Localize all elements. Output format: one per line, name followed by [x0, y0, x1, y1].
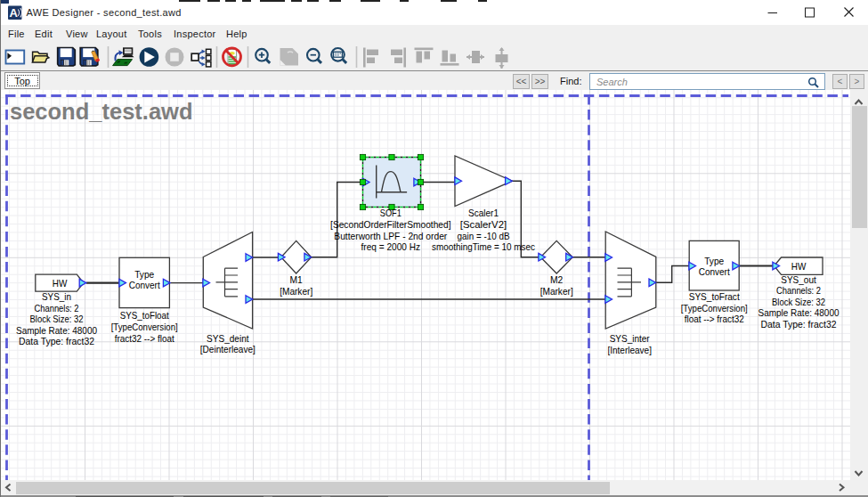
svg-text:Sample Rate: 48000: Sample Rate: 48000	[758, 308, 840, 318]
svg-text:A: A	[10, 6, 19, 20]
svg-text:Data Type: fract32: Data Type: fract32	[19, 337, 94, 346]
svg-text:M1: M1	[290, 275, 304, 285]
svg-text:Channels: 2: Channels: 2	[776, 286, 821, 296]
svg-text:Block Size: 32: Block Size: 32	[30, 314, 84, 324]
svg-text:Data Type: fract32: Data Type: fract32	[761, 320, 837, 330]
svg-text:[TypeConversion]: [TypeConversion]	[111, 322, 178, 332]
svg-text:SYS_in: SYS_in	[42, 292, 71, 302]
svg-text:Convert: Convert	[129, 281, 160, 290]
svg-text:SYS_toFract: SYS_toFract	[689, 292, 740, 302]
svg-text:Convert: Convert	[699, 267, 730, 277]
svg-text:freq = 2000 Hz: freq = 2000 Hz	[361, 242, 421, 252]
svg-text:Butterworth LPF - 2nd order: Butterworth LPF - 2nd order	[334, 232, 448, 241]
svg-text:Scaler1: Scaler1	[468, 208, 499, 218]
svg-text:fract32 --> float: fract32 --> float	[115, 334, 174, 344]
svg-text:[Deinterleave]: [Deinterleave]	[200, 345, 256, 354]
svg-text:gain = -10 dB: gain = -10 dB	[458, 232, 510, 241]
svg-text:Block Size: 32: Block Size: 32	[772, 297, 825, 307]
svg-text:[Marker]: [Marker]	[540, 287, 573, 297]
svg-text:Channels: 2: Channels: 2	[35, 304, 79, 314]
svg-text:Type: Type	[704, 257, 724, 266]
svg-text:[ScalerV2]: [ScalerV2]	[460, 220, 507, 230]
svg-text:second_test.awd: second_test.awd	[10, 99, 192, 124]
svg-text:[Marker]: [Marker]	[280, 287, 312, 297]
svg-text:HW: HW	[791, 262, 807, 272]
svg-text:Sample Rate: 48000: Sample Rate: 48000	[16, 326, 97, 336]
svg-text:Type: Type	[134, 270, 154, 280]
svg-text:[TypeConversion]: [TypeConversion]	[681, 304, 748, 314]
svg-text:SYS_deint: SYS_deint	[207, 334, 249, 344]
svg-text:SOF1: SOF1	[380, 208, 402, 218]
svg-text:smoothingTime = 10 msec: smoothingTime = 10 msec	[432, 242, 535, 252]
svg-text:HW: HW	[53, 279, 68, 289]
svg-text:[SecondOrderFilterSmoothed]: [SecondOrderFilterSmoothed]	[330, 220, 451, 230]
svg-text:M2: M2	[550, 275, 564, 285]
svg-text:SYS_inter: SYS_inter	[610, 334, 651, 344]
svg-text:[Interleave]: [Interleave]	[607, 346, 652, 355]
svg-text:SYS_out: SYS_out	[781, 275, 816, 285]
svg-text:SYS_toFloat: SYS_toFloat	[120, 311, 169, 321]
svg-text:float --> fract32: float --> fract32	[685, 314, 744, 324]
